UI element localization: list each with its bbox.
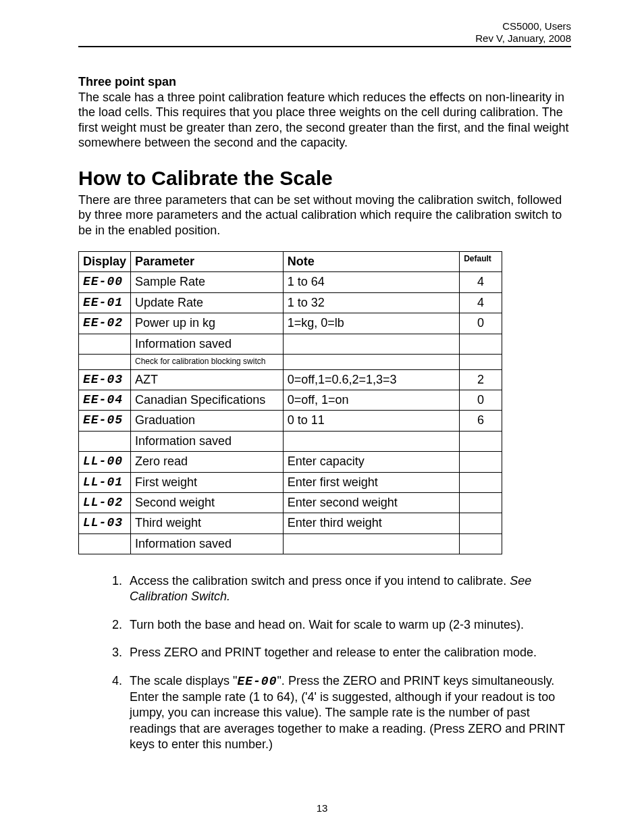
- table-row: EE-01Update Rate1 to 324: [79, 292, 502, 313]
- steps-list: Access the calibration switch and press …: [78, 573, 571, 753]
- cell-default: [460, 533, 502, 554]
- cell-display: EE-05: [79, 411, 131, 431]
- cell-display: [79, 431, 131, 451]
- table-row: Check for calibration blocking switch: [79, 354, 502, 369]
- table-row: EE-00Sample Rate1 to 644: [79, 272, 502, 292]
- table-row: EE-02Power up in kg1=kg, 0=lb0: [79, 313, 502, 334]
- cell-display: EE-02: [79, 313, 131, 334]
- cell-default: [460, 513, 502, 533]
- cell-default: 4: [460, 292, 502, 313]
- cell-parameter: Canadian Specifications: [131, 390, 284, 410]
- th-default: Default: [460, 252, 502, 272]
- cell-default: [460, 452, 502, 472]
- page-title: How to Calibrate the Scale: [78, 167, 571, 190]
- cell-display: [79, 334, 131, 354]
- cell-parameter: Zero read: [131, 452, 284, 472]
- cell-default: [460, 492, 502, 513]
- table-row: LL-03Third weightEnter third weight: [79, 513, 502, 533]
- cell-note: 0 to 11: [283, 411, 459, 431]
- th-display: Display: [79, 252, 131, 272]
- step-2: Turn both the base and head on. Wait for…: [126, 617, 571, 633]
- cell-note: 0=off,1=0.6,2=1,3=3: [283, 369, 459, 390]
- table-row: EE-05Graduation0 to 116: [79, 411, 502, 431]
- step-4: The scale displays "EE-00". Press the ZE…: [126, 673, 571, 753]
- cell-note: Enter third weight: [283, 513, 459, 533]
- cell-note: [283, 431, 459, 451]
- cell-note: 1=kg, 0=lb: [283, 313, 459, 334]
- cell-default: [460, 354, 502, 369]
- cell-note: Enter capacity: [283, 452, 459, 472]
- cell-display: EE-04: [79, 390, 131, 410]
- cell-default: [460, 472, 502, 492]
- cell-note: 0=off, 1=on: [283, 390, 459, 410]
- table-row: LL-00Zero readEnter capacity: [79, 452, 502, 472]
- cell-default: [460, 431, 502, 451]
- cell-display: LL-01: [79, 472, 131, 492]
- cell-default: 4: [460, 272, 502, 292]
- step-4-code: EE-00: [237, 675, 277, 688]
- cell-parameter: Graduation: [131, 411, 284, 431]
- table-row: LL-01First weightEnter first weight: [79, 472, 502, 492]
- three-point-section: Three point span The scale has a three p…: [78, 74, 571, 151]
- step-1: Access the calibration switch and press …: [126, 573, 571, 605]
- cell-display: [79, 354, 131, 369]
- th-note: Note: [283, 252, 459, 272]
- three-point-heading: Three point span: [78, 75, 176, 88]
- cell-note: [283, 354, 459, 369]
- table-row: LL-02Second weightEnter second weight: [79, 492, 502, 513]
- cell-parameter: First weight: [131, 472, 284, 492]
- cell-note: [283, 334, 459, 354]
- header-line-2: Rev V, January, 2008: [78, 32, 571, 45]
- table-row: Information saved: [79, 533, 502, 554]
- page-number: 13: [0, 802, 644, 814]
- header-line-1: CS5000, Users: [78, 20, 571, 32]
- cell-note: 1 to 64: [283, 272, 459, 292]
- cell-parameter: Update Rate: [131, 292, 284, 313]
- cell-display: EE-03: [79, 369, 131, 390]
- step-1-text: Access the calibration switch and press …: [130, 574, 510, 588]
- cell-display: LL-00: [79, 452, 131, 472]
- cell-default: 6: [460, 411, 502, 431]
- cell-parameter: Information saved: [131, 334, 284, 354]
- cell-parameter: Information saved: [131, 533, 284, 554]
- cell-note: Enter second weight: [283, 492, 459, 513]
- cell-default: 2: [460, 369, 502, 390]
- cell-display: [79, 533, 131, 554]
- table-row: EE-03AZT0=off,1=0.6,2=1,3=32: [79, 369, 502, 390]
- th-parameter: Parameter: [131, 252, 284, 272]
- cell-display: EE-01: [79, 292, 131, 313]
- cell-parameter: Power up in kg: [131, 313, 284, 334]
- header-rule: [78, 46, 571, 47]
- cell-default: 0: [460, 313, 502, 334]
- cell-display: LL-03: [79, 513, 131, 533]
- cell-parameter: Second weight: [131, 492, 284, 513]
- table-row: EE-04Canadian Specifications0=off, 1=on0: [79, 390, 502, 410]
- cell-parameter: Third weight: [131, 513, 284, 533]
- table-row: Information saved: [79, 431, 502, 451]
- cell-note: 1 to 32: [283, 292, 459, 313]
- doc-header: CS5000, Users Rev V, January, 2008: [78, 20, 571, 45]
- cell-default: 0: [460, 390, 502, 410]
- cell-parameter: Check for calibration blocking switch: [131, 354, 284, 369]
- cell-display: EE-00: [79, 272, 131, 292]
- step-4-a: The scale displays ": [130, 674, 237, 687]
- cell-note: Enter first weight: [283, 472, 459, 492]
- intro-paragraph: There are three parameters that can be s…: [78, 192, 571, 238]
- table-row: Information saved: [79, 334, 502, 354]
- cell-default: [460, 334, 502, 354]
- cell-parameter: AZT: [131, 369, 284, 390]
- cell-parameter: Information saved: [131, 431, 284, 451]
- cell-display: LL-02: [79, 492, 131, 513]
- three-point-body: The scale has a three point calibration …: [78, 90, 568, 150]
- cell-note: [283, 533, 459, 554]
- step-3: Press ZERO and PRINT together and releas…: [126, 645, 571, 660]
- calibration-table: Display Parameter Note Default EE-00Samp…: [78, 251, 502, 554]
- cell-parameter: Sample Rate: [131, 272, 284, 292]
